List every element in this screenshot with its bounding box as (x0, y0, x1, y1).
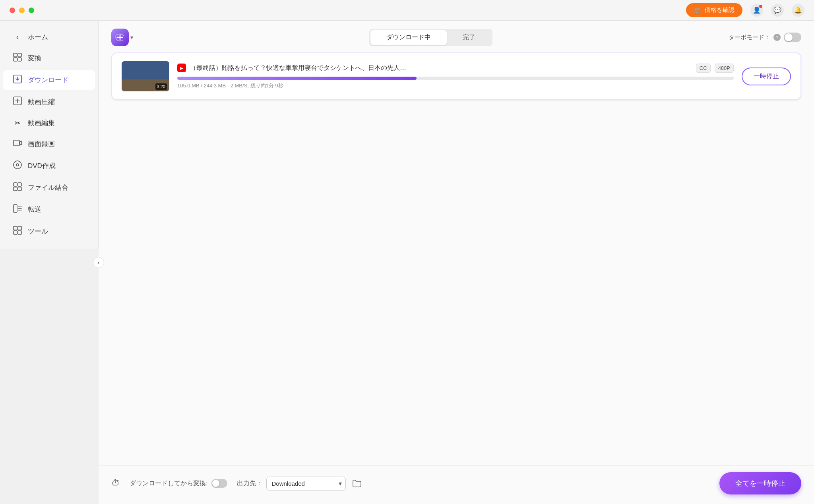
record-icon (13, 139, 22, 149)
traffic-lights (10, 8, 34, 13)
notification-dot (759, 5, 762, 8)
sidebar-item-merge[interactable]: ファイル結合 (3, 178, 95, 198)
pause-all-button[interactable]: 全てを一時停止 (719, 472, 801, 494)
bottom-bar: ⏱ ダウンロードしてから変換: 出力先： Downloaded Desktop … (99, 465, 814, 504)
add-download-btn[interactable]: ▾ (111, 29, 133, 46)
convert-after-toggle[interactable] (211, 479, 227, 488)
video-title: （最終話）賄賂を払って？快適な車掌用寝台でタシケントへ、日本の先人… (190, 64, 692, 72)
svg-rect-15 (18, 226, 21, 230)
svg-rect-14 (14, 226, 17, 230)
convert-icon (13, 53, 22, 64)
download-info: ▶ （最終話）賄賂を払って？快適な車掌用寝台でタシケントへ、日本の先人… CC … (177, 64, 734, 89)
pause-button[interactable]: 一時停止 (742, 68, 791, 85)
svg-rect-1 (18, 53, 21, 57)
turbo-help-icon[interactable]: ? (773, 34, 781, 41)
content-topbar: ▾ ダウンロード中 完了 ターボモード： ? (99, 21, 814, 52)
folder-button[interactable] (350, 476, 364, 490)
sidebar-item-dvd[interactable]: DVD作成 (3, 156, 95, 176)
turbo-label: ターボモード： (729, 34, 770, 41)
compress-icon (13, 97, 22, 107)
sidebar-dvd-label: DVD作成 (28, 161, 56, 170)
bottom-left: ⏱ ダウンロードしてから変換: 出力先： Downloaded Desktop … (111, 476, 364, 490)
svg-rect-6 (14, 140, 19, 146)
transfer-icon (13, 204, 22, 215)
turbo-mode-section: ターボモード： ? (729, 33, 801, 42)
sidebar-convert-label: 変換 (28, 54, 41, 63)
title-row: ▶ （最終話）賄賂を払って？快適な車掌用寝台でタシケントへ、日本の先人… CC … (177, 64, 734, 73)
tabs: ダウンロード中 完了 (369, 29, 492, 46)
youtube-icon: ▶ (177, 64, 186, 72)
thumbnail-time: 3:20 (155, 83, 167, 90)
price-button[interactable]: 🛒 価格を確認 (686, 3, 742, 17)
sidebar-wrapper: ‹ ホーム 変換 (0, 21, 99, 504)
schedule-icon[interactable]: ⏱ (111, 478, 120, 489)
titlebar-right: 🛒 価格を確認 👤 💬 🔔 (686, 3, 804, 17)
edit-icon: ✂ (13, 119, 22, 127)
sidebar: ‹ ホーム 変換 (0, 21, 99, 249)
sidebar-collapse-btn[interactable]: ‹ (93, 257, 104, 268)
sidebar-download-label: ダウンロード (28, 75, 68, 85)
sidebar-home-label: ホーム (28, 33, 48, 42)
tab-completed[interactable]: 完了 (447, 30, 491, 45)
tab-downloading[interactable]: ダウンロード中 (370, 30, 447, 45)
svg-rect-3 (18, 58, 21, 61)
sidebar-item-home[interactable]: ‹ ホーム (3, 28, 95, 46)
progress-section: 105.0 MB / 244.3 MB - 2 MB/S, 残り約1分 9秒 (177, 77, 734, 89)
app-body: ‹ ホーム 変換 (0, 21, 814, 504)
svg-point-7 (14, 161, 21, 169)
turbo-toggle[interactable] (784, 33, 801, 42)
output-select-wrapper: Downloaded Desktop Documents Custom... (266, 477, 346, 490)
output-dest-section: 出力先： Downloaded Desktop Documents Custom… (237, 476, 364, 490)
price-button-label: 価格を確認 (705, 6, 735, 14)
sidebar-item-download[interactable]: ダウンロード (3, 70, 95, 90)
sidebar-item-transfer[interactable]: 転送 (3, 199, 95, 220)
chat-icon-btn[interactable]: 💬 (771, 4, 784, 17)
sidebar-item-convert[interactable]: 変換 (3, 48, 95, 68)
video-thumbnail: 3:20 (122, 61, 169, 91)
svg-point-8 (16, 164, 19, 166)
cc-badge: CC (696, 64, 711, 73)
output-label: 出力先： (237, 479, 262, 488)
svg-rect-12 (18, 187, 21, 191)
svg-rect-10 (18, 183, 21, 186)
sidebar-transfer-label: 転送 (28, 205, 41, 214)
download-item: 3:20 ▶ （最終話）賄賂を払って？快適な車掌用寝台でタシケントへ、日本の先人… (111, 52, 801, 100)
titlebar: 🛒 価格を確認 👤 💬 🔔 (0, 0, 814, 21)
home-icon: ‹ (13, 33, 22, 41)
progress-bar-fill (177, 77, 417, 80)
svg-rect-16 (14, 231, 17, 234)
add-icon (111, 29, 129, 46)
convert-after-label: ダウンロードしてから変換: (130, 479, 207, 488)
close-btn[interactable] (10, 8, 15, 13)
main-content: ▾ ダウンロード中 完了 ターボモード： ? 3:20 (99, 21, 814, 504)
sidebar-item-record[interactable]: 画面録画 (3, 134, 95, 154)
sidebar-item-compress[interactable]: 動画圧縮 (3, 92, 95, 112)
svg-rect-2 (14, 58, 17, 61)
download-icon (13, 75, 22, 85)
sidebar-edit-label: 動画編集 (28, 118, 55, 127)
user-icon-btn[interactable]: 👤 (750, 4, 763, 17)
cart-icon: 🛒 (694, 7, 702, 14)
maximize-btn[interactable] (29, 8, 34, 13)
dvd-icon (13, 160, 22, 171)
sidebar-item-edit[interactable]: ✂ 動画編集 (3, 114, 95, 132)
merge-icon (13, 182, 22, 193)
sidebar-tools-label: ツール (28, 227, 48, 236)
add-dropdown-arrow: ▾ (130, 34, 133, 41)
svg-rect-0 (14, 53, 17, 57)
download-list: 3:20 ▶ （最終話）賄賂を払って？快適な車掌用寝台でタシケントへ、日本の先人… (99, 52, 814, 465)
output-select[interactable]: Downloaded Desktop Documents Custom... (266, 477, 346, 490)
progress-text: 105.0 MB / 244.3 MB - 2 MB/S, 残り約1分 9秒 (177, 82, 734, 89)
tools-icon (13, 226, 22, 237)
sidebar-record-label: 画面録画 (28, 139, 55, 149)
sidebar-merge-label: ファイル結合 (28, 183, 68, 192)
svg-rect-9 (14, 183, 17, 186)
svg-rect-17 (18, 231, 21, 234)
notification-icon-btn[interactable]: 🔔 (792, 4, 804, 17)
minimize-btn[interactable] (19, 8, 25, 13)
quality-badge: 480P (715, 64, 734, 73)
sidebar-item-tools[interactable]: ツール (3, 221, 95, 241)
progress-bar-bg (177, 77, 734, 80)
svg-rect-11 (14, 187, 17, 191)
convert-after-section: ダウンロードしてから変換: (130, 479, 227, 488)
